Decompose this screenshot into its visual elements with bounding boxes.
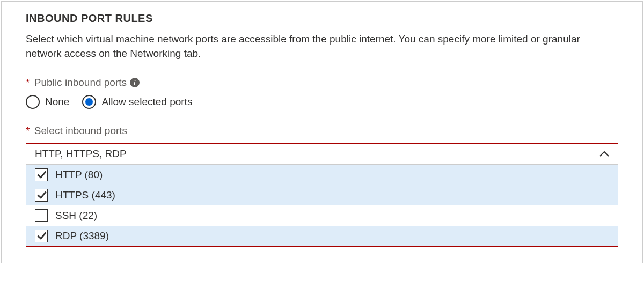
- select-inbound-ports-label: Select inbound ports: [34, 125, 127, 137]
- dropdown-option-label: RDP (3389): [55, 230, 109, 242]
- public-inbound-ports-radiogroup: None Allow selected ports: [26, 95, 618, 109]
- dropdown-option-label: HTTP (80): [55, 169, 103, 181]
- public-inbound-ports-label-text: Public inbound ports: [34, 77, 127, 88]
- dropdown-value: HTTP, HTTPS, RDP: [35, 148, 127, 160]
- select-inbound-ports-field: * Select inbound ports: [26, 125, 618, 137]
- checkbox: [35, 168, 48, 181]
- radio-label-none: None: [45, 96, 69, 108]
- required-indicator: *: [26, 77, 30, 88]
- section-title: INBOUND PORT RULES: [26, 12, 618, 25]
- inbound-port-rules-card: INBOUND PORT RULES Select which virtual …: [1, 1, 643, 263]
- dropdown-option[interactable]: HTTPS (443): [26, 185, 618, 205]
- radio-dot: [85, 98, 93, 106]
- dropdown-option[interactable]: RDP (3389): [26, 226, 618, 246]
- required-indicator: *: [26, 125, 30, 136]
- checkbox: [35, 209, 48, 222]
- checkbox: [35, 230, 48, 242]
- public-inbound-ports-field: * Public inbound ports i: [26, 77, 618, 88]
- checkbox: [35, 189, 48, 202]
- dropdown-option-label: SSH (22): [55, 210, 97, 221]
- radio-option-allow[interactable]: Allow selected ports: [82, 95, 192, 109]
- radio-label-allow: Allow selected ports: [101, 96, 192, 108]
- dropdown-option-label: HTTPS (443): [55, 189, 115, 201]
- section-description: Select which virtual machine network por…: [26, 32, 618, 61]
- public-inbound-ports-label: Public inbound ports i: [34, 77, 140, 88]
- chevron-up-icon: [599, 149, 609, 160]
- dropdown-header[interactable]: HTTP, HTTPS, RDP: [26, 144, 618, 164]
- radio-circle-allow: [82, 95, 96, 109]
- dropdown-option[interactable]: HTTP (80): [26, 165, 618, 185]
- info-icon[interactable]: i: [130, 78, 140, 87]
- select-inbound-ports-dropdown: HTTP, HTTPS, RDP HTTP (80)HTTPS (443)SSH…: [26, 143, 618, 247]
- dropdown-option[interactable]: SSH (22): [26, 205, 618, 226]
- select-inbound-ports-dropdown-wrap: HTTP, HTTPS, RDP HTTP (80)HTTPS (443)SSH…: [26, 143, 618, 247]
- dropdown-list: HTTP (80)HTTPS (443)SSH (22)RDP (3389): [26, 164, 618, 246]
- radio-circle-none: [26, 95, 40, 109]
- radio-option-none[interactable]: None: [26, 95, 69, 109]
